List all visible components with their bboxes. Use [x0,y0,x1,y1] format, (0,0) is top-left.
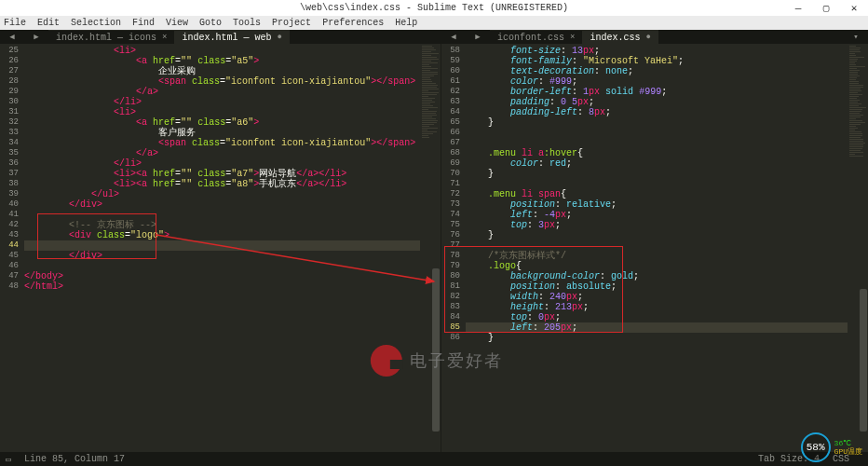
tab-index-css[interactable]: index.css● [582,30,658,44]
menu-selection[interactable]: Selection [71,18,121,28]
editor-split: 2526272829303132333435363738394041424344… [0,44,868,452]
code-line[interactable]: </li> [24,97,420,107]
code-line[interactable]: <li> [24,107,420,117]
code-line[interactable] [466,240,848,251]
tab-dirty-icon[interactable]: ● [277,33,281,42]
code-line[interactable]: } [466,117,848,128]
tab-close-icon[interactable]: × [570,33,575,42]
tab-row: ◀ ▶ index.html — icons×index.html — web●… [0,30,868,44]
code-line[interactable]: font-size: 13px; [466,46,848,56]
hud-percent: 58% [801,432,831,462]
code-line[interactable]: <li><a href="" class="a8">手机京东</a></li> [24,179,420,189]
code-line[interactable]: </a> [24,148,420,158]
nav-fwd-icon[interactable]: ▶ [466,30,490,44]
code-line[interactable]: width: 240px; [466,292,848,302]
menu-project[interactable]: Project [272,18,311,28]
right-gutter: 5859606162636465666768697071727374757677… [441,44,466,452]
code-line[interactable]: padding: 0 5px; [466,97,848,107]
tab-label: index.html — web [182,33,271,43]
code-line[interactable]: </div> [24,251,420,261]
tab-label: index.css [590,33,640,43]
code-line[interactable]: font-family: "Microsoft YaHei"; [466,56,848,66]
scrollbar[interactable] [431,44,441,452]
code-line[interactable]: <li><a href="" class="a7">网站导航</a></li> [24,169,420,179]
menu-tools[interactable]: Tools [233,18,261,28]
code-line[interactable]: .logo{ [466,261,848,271]
code-line[interactable]: <span class="iconfont icon-xiajiantou"><… [24,76,420,87]
tab-label: index.html — icons [56,33,156,43]
menu-bar: FileEditSelectionFindViewGotoToolsProjec… [0,16,868,30]
code-line[interactable]: padding-left: 8px; [466,107,848,117]
code-line[interactable]: <div class="logo"> [24,230,420,240]
code-line[interactable] [466,138,848,148]
code-line[interactable]: color: red; [466,158,848,169]
menu-goto[interactable]: Goto [199,18,222,28]
menu-edit[interactable]: Edit [37,18,60,28]
nav-fwd-icon[interactable]: ▶ [24,30,48,44]
code-line[interactable]: .menu li span{ [466,189,848,199]
code-line[interactable]: </ul> [24,189,420,199]
code-line[interactable]: </li> [24,158,420,169]
window-title: \web\css\index.css - Sublime Text (UNREG… [300,3,568,13]
window-controls: — ▢ ✕ [784,0,868,16]
code-line[interactable]: height: 213px; [466,302,848,312]
code-line[interactable]: color: #999; [466,76,848,87]
left-gutter: 2526272829303132333435363738394041424344… [0,44,24,452]
code-line[interactable] [466,128,848,138]
code-line[interactable]: <a href="" class="a5"> [24,56,420,66]
code-line[interactable]: top: 0px; [466,312,848,322]
menu-view[interactable]: View [166,18,188,28]
code-line[interactable]: /*京东图标样式*/ [466,251,848,261]
code-line[interactable]: </body> [24,271,420,281]
code-line[interactable]: </html> [24,281,420,292]
right-pane: 5859606162636465666768697071727374757677… [441,44,868,452]
code-line[interactable]: position: absolute; [466,281,848,292]
nav-back-icon[interactable]: ◀ [441,30,466,44]
code-line[interactable]: 企业采购 [24,66,420,76]
tab-close-icon[interactable]: × [162,33,167,42]
left-code[interactable]: <li> <a href="" class="a5"> 企业采购 <span c… [24,44,420,452]
scrollbar[interactable] [859,44,868,452]
tab-iconfont-css[interactable]: iconfont.css× [490,30,582,44]
code-line[interactable]: <span class="iconfont icon-xiajiantou"><… [24,138,420,148]
menu-help[interactable]: Help [395,18,417,28]
code-line[interactable]: 客户服务 [24,128,420,138]
overflow-icon[interactable]: ▾ [844,30,868,44]
code-line[interactable] [24,240,420,251]
watermark-logo-icon [371,345,402,377]
code-line[interactable]: } [466,169,848,179]
code-line[interactable]: background-color: gold; [466,271,848,281]
code-line[interactable]: <li> [24,46,420,56]
maximize-button[interactable]: ▢ [812,0,840,16]
code-line[interactable]: position: relative; [466,199,848,210]
code-line[interactable]: <!-- 京东图标 --> [24,220,420,230]
menu-find[interactable]: Find [132,18,155,28]
code-line[interactable]: <a href="" class="a6"> [24,117,420,128]
code-line[interactable]: border-left: 1px solid #999; [466,87,848,97]
code-line[interactable]: </div> [24,199,420,210]
code-line[interactable] [24,261,420,271]
tab-index-html-web[interactable]: index.html — web● [174,30,289,44]
code-line[interactable] [466,179,848,189]
tab-index-html-icons[interactable]: index.html — icons× [48,30,174,44]
hud-temps: 36℃ GPU温度 [834,439,862,456]
tab-dirty-icon[interactable]: ● [645,33,650,42]
right-code[interactable]: font-size: 13px; font-family: "Microsoft… [466,44,848,452]
menu-file[interactable]: File [4,18,26,28]
code-line[interactable]: left: -4px; [466,210,848,220]
code-line[interactable]: top: 3px; [466,220,848,230]
status-bar: ▭ Line 85, Column 17 Tab Size: 4 CSS [0,452,868,466]
minimize-button[interactable]: — [784,0,812,16]
menu-preferences[interactable]: Preferences [322,18,384,28]
status-panel-icon[interactable]: ▭ [6,454,11,465]
close-button[interactable]: ✕ [840,0,868,16]
code-line[interactable]: text-decoration: none; [466,66,848,76]
code-line[interactable]: } [466,333,848,343]
nav-back-icon[interactable]: ◀ [0,30,24,44]
watermark-text: 电子爱好者 [410,350,503,372]
code-line[interactable] [24,210,420,220]
code-line[interactable]: .menu li a:hover{ [466,148,848,158]
code-line[interactable]: </a> [24,87,420,97]
code-line[interactable]: } [466,230,848,240]
code-line[interactable]: left: 205px; [466,322,848,333]
